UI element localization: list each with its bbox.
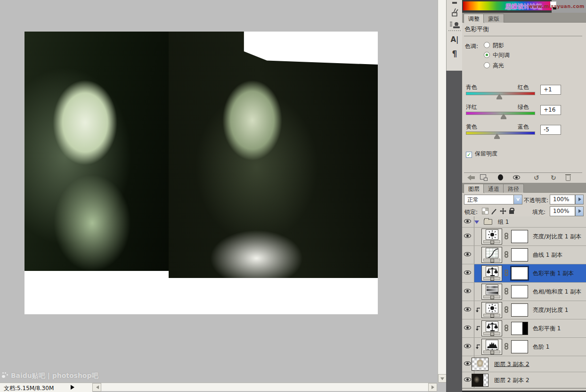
layer-row-selected[interactable]: 色彩平衡 1 副本 (462, 264, 586, 283)
layer-mask-thumbnail[interactable] (511, 303, 528, 317)
tab-masks[interactable]: 蒙版 (483, 14, 504, 23)
magenta-green-value-field[interactable]: +16 (540, 105, 561, 115)
canvas-area[interactable]: 文档:5.15M/8.30M Baidu贴吧 | photoshop吧 (0, 0, 447, 392)
adjustment-thumbnail-hue-saturation[interactable] (481, 284, 502, 300)
chevron-down-icon[interactable]: v (513, 195, 522, 204)
delete-icon[interactable] (566, 174, 576, 182)
toggle-visibility-icon[interactable] (513, 174, 523, 182)
horizontal-scrollbar[interactable] (92, 383, 437, 391)
tab-channels[interactable]: 通道 (483, 184, 504, 193)
preserve-luminosity-checkbox[interactable]: ✓保留明度 (466, 150, 497, 158)
character-panel-icon[interactable]: A| (448, 34, 461, 45)
lock-position-icon[interactable] (500, 208, 506, 214)
layer-row[interactable]: 图层 2 副本 2 (462, 372, 586, 388)
eye-icon (464, 289, 471, 293)
layer-visibility-toggle[interactable] (462, 338, 474, 356)
radio-midtones[interactable]: 中间调 (484, 51, 510, 59)
layer-visibility-toggle[interactable] (462, 228, 474, 245)
adjustment-thumbnail-color-balance[interactable] (481, 320, 502, 336)
layer-group-row[interactable]: 组 1 (462, 216, 586, 228)
magenta-green-slider[interactable] (466, 112, 535, 115)
mask-link-icon[interactable] (505, 233, 509, 240)
layer-row[interactable]: 亮度/对比度 1 副本 (462, 228, 586, 246)
group-expand-triangle-icon[interactable] (474, 220, 479, 226)
mask-link-icon[interactable] (505, 325, 509, 332)
fill-field[interactable]: 100% (550, 206, 575, 216)
mask-link-icon[interactable] (505, 270, 509, 277)
blend-mode-select[interactable]: 正常 v (464, 195, 522, 204)
document-size-info: 文档:5.15M/8.30M (4, 384, 54, 392)
adjustments-tab-strip: 调整 蒙版 (462, 13, 586, 23)
adjustment-thumbnail-brightness-contrast[interactable] (481, 229, 502, 245)
adjustment-thumbnail-color-balance[interactable] (481, 265, 502, 281)
layer-visibility-toggle[interactable] (462, 264, 474, 282)
tab-layers[interactable]: 图层 (464, 184, 484, 193)
opacity-spinner-button[interactable] (575, 195, 584, 204)
layer-row[interactable]: 曲线 1 副本 (462, 246, 586, 264)
reset-icon[interactable]: ↻ (551, 174, 561, 182)
radio-icon (484, 62, 490, 68)
fill-label: 填充: (532, 208, 545, 216)
layer-thumbnail-photo[interactable] (472, 358, 488, 371)
chevron-right-icon (431, 385, 436, 389)
vertical-scrollbar[interactable] (438, 0, 446, 383)
layer-name: 色彩平衡 1 副本 (533, 270, 574, 278)
clip-to-layer-icon[interactable] (498, 174, 508, 182)
layer-visibility-toggle[interactable] (462, 319, 474, 337)
layer-row[interactable]: 亮度/对比度 1 (462, 301, 586, 319)
yellow-blue-value-field[interactable]: -5 (540, 125, 561, 135)
back-arrow-icon[interactable] (464, 174, 475, 182)
lock-image-pixels-icon[interactable] (491, 208, 498, 214)
adjustment-thumbnail-levels[interactable] (481, 339, 502, 355)
lock-transparent-pixels-icon[interactable] (482, 208, 488, 214)
clone-source-icon[interactable] (448, 19, 461, 30)
layer-name: 亮度/对比度 1 副本 (533, 233, 581, 241)
status-bar-menu-button[interactable] (71, 385, 77, 390)
slider-thumb[interactable] (496, 91, 502, 98)
adjustment-thumbnail-curves[interactable] (481, 247, 502, 263)
layer-mask-thumbnail[interactable] (511, 285, 528, 298)
layer-row[interactable]: 图层 3 副本 2 (462, 356, 586, 372)
layer-thumbnail-photo[interactable] (472, 374, 488, 387)
paragraph-panel-icon[interactable]: ¶ (448, 48, 461, 59)
view-previous-state-icon[interactable]: ↺ (534, 174, 544, 182)
layer-visibility-toggle[interactable] (462, 301, 474, 319)
lock-all-icon[interactable] (509, 208, 516, 214)
mask-link-icon[interactable] (505, 251, 509, 259)
layer-mask-thumbnail[interactable] (511, 248, 528, 261)
tab-paths[interactable]: 路径 (503, 184, 524, 193)
fill-spinner-button[interactable] (575, 206, 584, 216)
layer-mask-thumbnail[interactable] (511, 322, 528, 335)
adjustment-thumbnail-brightness-contrast[interactable] (481, 302, 502, 318)
layer-visibility-toggle[interactable] (462, 283, 474, 301)
mask-link-icon[interactable] (505, 306, 509, 314)
scroll-right-button[interactable] (428, 383, 437, 392)
adjustments-footer: ↺ ↻ (462, 173, 586, 183)
layer-visibility-toggle[interactable] (462, 216, 474, 227)
opacity-field[interactable]: 100% (550, 195, 575, 204)
radio-shadows[interactable]: 阴影 (484, 41, 504, 49)
slider-thumb[interactable] (501, 111, 506, 118)
scroll-down-button[interactable] (438, 374, 447, 383)
switch-panel-icon[interactable] (480, 174, 490, 182)
scroll-left-button[interactable] (92, 383, 101, 392)
mask-link-icon[interactable] (505, 288, 509, 295)
cyan-red-slider[interactable] (466, 92, 535, 95)
slider-thumb[interactable] (494, 131, 500, 138)
layer-mask-thumbnail[interactable] (511, 230, 528, 243)
layer-row[interactable]: 色相/饱和度 1 副本 (462, 283, 586, 301)
layer-mask-thumbnail[interactable] (511, 267, 528, 280)
layer-mask-thumbnail[interactable] (511, 340, 528, 353)
checkbox-checked-icon: ✓ (466, 152, 472, 158)
radio-highlights[interactable]: 高光 (484, 62, 504, 69)
mask-link-icon[interactable] (505, 343, 509, 351)
brush-presets-icon[interactable] (448, 7, 461, 18)
hidden-panel-icon[interactable] (448, 0, 461, 6)
layer-visibility-toggle[interactable] (462, 246, 474, 264)
tab-adjustments[interactable]: 调整 (464, 14, 484, 23)
cyan-red-value-field[interactable]: +1 (540, 85, 561, 95)
yellow-blue-slider[interactable] (466, 131, 535, 135)
document-canvas[interactable] (24, 32, 378, 314)
layer-row[interactable]: 色彩平衡 1 (462, 319, 586, 338)
layer-row[interactable]: 色阶 1 (462, 338, 586, 356)
